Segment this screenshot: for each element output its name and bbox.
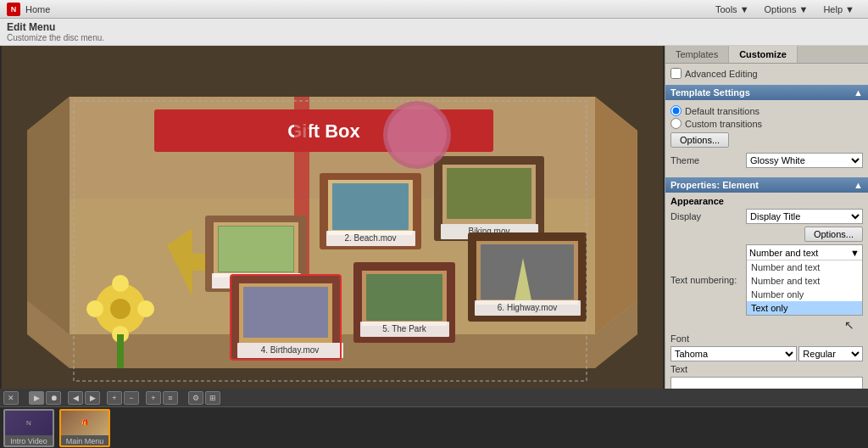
svg-text:4. Birthday.mov: 4. Birthday.mov [261,345,320,355]
dropdown-item-1[interactable]: Number and text [747,274,862,288]
appearance-label: Appearance [670,196,863,206]
dropdown-header[interactable]: Number and text ▼ [747,245,862,260]
main-clip-label: Main Menu [66,437,104,445]
svg-text:2. Beach.mov: 2. Beach.mov [344,233,396,243]
tab-customize[interactable]: Customize [729,46,798,63]
text-numbering-label: Text numbering: [670,275,743,285]
svg-rect-20 [219,227,293,272]
svg-point-12 [112,275,129,292]
font-style-select[interactable]: Regular [798,346,863,361]
zoom-in-btn[interactable]: + [107,391,122,405]
advanced-editing-checkbox[interactable] [670,68,682,79]
add-btn[interactable]: + [146,391,161,405]
intro-clip-label: Intro Video [10,437,47,445]
text-label: Text [670,364,743,374]
preview-area: Gift Box [0,46,665,389]
svg-marker-4 [595,97,637,334]
close-btn[interactable]: ✕ [3,391,19,405]
cursor-indicator: ↖ [844,318,854,332]
timeline-clip-main[interactable]: 🎁 Main Menu [59,409,110,447]
app-title: Home [25,4,50,14]
next-btn[interactable]: ▶ [85,391,100,405]
dropdown-item-0[interactable]: Number and text [747,260,862,274]
svg-point-11 [110,299,131,319]
svg-rect-40 [366,274,442,321]
tab-templates[interactable]: Templates [665,46,729,63]
view-btn[interactable]: ⊞ [205,391,220,405]
theme-select[interactable]: Glossy White [746,153,863,168]
text-input[interactable] [670,377,863,389]
dropdown-item-3[interactable]: Text only [747,301,862,315]
dropdown-item-2[interactable]: Number only [747,288,862,301]
default-transitions-label: Default transitions [685,106,760,116]
timeline-content: N Intro Video 🎁 Main Menu [0,407,868,448]
prev-btn[interactable]: ◀ [68,391,83,405]
advanced-editing-section: Advanced Editing [665,64,868,83]
timeline-toolbar: ✕ ▶ ⏺ ◀ ▶ + − + ≡ ⚙ ⊞ [0,389,868,407]
app-logo: N [7,3,20,16]
font-label: Font [670,333,743,344]
zoom-out-btn[interactable]: − [124,391,139,405]
play-btn[interactable]: ▶ [29,391,44,405]
options-menu[interactable]: Options ▼ [758,3,815,15]
properties-header: Properties: Element ▲ [665,177,868,193]
svg-marker-3 [27,97,70,334]
template-settings-header: Template Settings ▲ [665,85,868,100]
edit-title: Edit Menu [7,21,861,33]
properties-element-section: Properties: Element ▲ Appearance Display… [665,177,868,389]
menu-bar: N Home Tools ▼ Options ▼ Help ▼ [0,0,868,19]
help-menu[interactable]: Help ▼ [816,3,861,15]
record-btn[interactable]: ⏺ [46,391,61,405]
tabs: Templates Customize [665,46,868,64]
settings-btn[interactable]: ⚙ [188,391,203,405]
text-numbering-dropdown[interactable]: Number and text ▼ Number and text Number… [746,244,863,316]
custom-transitions-radio[interactable] [670,118,682,129]
svg-point-14 [86,300,103,317]
display-select[interactable]: Display Title [746,209,863,224]
display-label: Display [670,211,743,221]
transitions-options-button[interactable]: Options... [670,132,729,148]
custom-transitions-label: Custom transitions [685,119,762,129]
svg-text:5. The Park: 5. The Park [382,324,427,333]
options-button[interactable]: Options... [804,227,863,242]
font-select[interactable]: Tahoma [670,346,797,361]
edit-subtitle: Customize the disc menu. [7,33,861,42]
menu-right: Tools ▼ Options ▼ Help ▼ [709,3,861,15]
timeline-clip-intro[interactable]: N Intro Video [3,409,54,447]
svg-text:6. Highway.mov: 6. Highway.mov [498,303,557,312]
svg-rect-35 [243,287,328,338]
svg-point-52 [387,105,447,165]
svg-point-15 [137,300,154,317]
default-transitions-radio[interactable] [670,105,682,116]
svg-rect-16 [117,334,124,368]
tools-menu[interactable]: Tools ▼ [709,3,756,15]
svg-rect-30 [447,168,531,219]
edit-header: Edit Menu Customize the disc menu. [0,19,868,46]
advanced-editing-label: Advanced Editing [685,69,758,79]
preview-scene: Gift Box [0,46,665,389]
template-settings-section: Template Settings ▲ Default transitions … [665,85,868,174]
properties-content: Appearance Display Display Title Options… [665,193,868,389]
dropdown-list: Number and text Number and text Number o… [747,260,862,315]
svg-rect-25 [332,183,409,230]
theme-label: Theme [670,155,743,165]
right-panel: Templates Customize Advanced Editing Tem… [665,46,868,389]
list-btn[interactable]: ≡ [163,391,178,405]
template-settings-content: Default transitions Custom transitions O… [665,100,868,174]
